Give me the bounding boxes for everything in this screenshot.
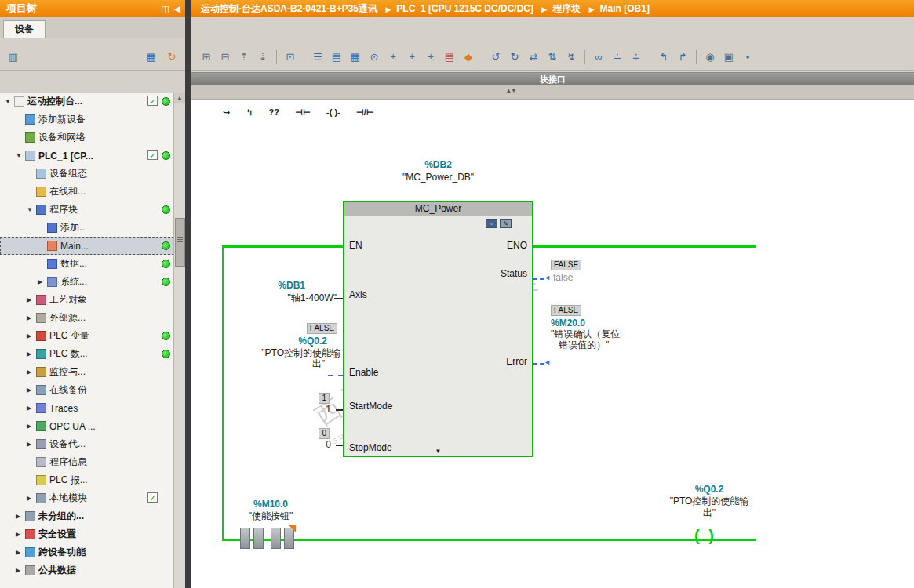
expander-icon[interactable]: ▶ [27, 314, 35, 321]
coil-symbol[interactable]: ( ) [694, 527, 716, 545]
panel-divider[interactable] [185, 0, 191, 588]
monitoring-on-off-icon[interactable]: ∞ [590, 49, 607, 66]
tree-item-external-sources[interactable]: ▶ 外部源... ✓ [0, 309, 174, 327]
contact-bar[interactable] [271, 528, 281, 549]
favorites-toggle-icon[interactable]: ☰ [309, 49, 326, 66]
block-window-icon[interactable]: ▫ [486, 219, 497, 228]
tree-item-data-block[interactable]: 数据... ✓ [0, 255, 174, 273]
modify-operand-icon[interactable]: ≑ [628, 49, 645, 66]
pin-error[interactable]: Error [506, 356, 527, 367]
expander-icon[interactable]: ▶ [16, 549, 24, 556]
filter-devices-icon[interactable]: ▥ [5, 49, 22, 66]
toggle-branches-icon[interactable]: ± [422, 49, 439, 66]
empty-box-icon[interactable]: ?? [265, 104, 282, 120]
normally-closed-contact-icon[interactable]: ⊣/⊢ [353, 104, 377, 120]
tree-item-project[interactable]: ▼ 运动控制台... ✓ [0, 93, 174, 111]
pin-eno[interactable]: ENO [507, 240, 527, 251]
refresh-view-icon[interactable]: ↻ [163, 49, 180, 66]
error-name-line2[interactable]: 错误值的）" [559, 339, 609, 350]
pin-startmode[interactable]: StartMode [349, 401, 392, 412]
coil-icon[interactable]: -( )- [323, 104, 344, 120]
tree-item-device-config[interactable]: 设备组态 ✓ [0, 165, 174, 183]
tree-item-traces[interactable]: ▶ Traces ✓ [0, 399, 174, 417]
tree-item-plc-alarms[interactable]: PLC 报... ✓ [0, 471, 174, 489]
enable-name-line1[interactable]: "PTO控制的使能输 [215, 347, 340, 358]
tree-item-devices-networks[interactable]: 设备和网络 ✓ [0, 129, 174, 147]
pin-en[interactable]: EN [349, 240, 362, 251]
tree-item-cross-device-functions[interactable]: ▶ 跨设备功能 ✓ [0, 543, 174, 561]
insert-network-icon[interactable]: ⊞ [198, 49, 215, 66]
startmode-value[interactable]: 1 [215, 404, 331, 415]
tree-item-ungrouped-devices[interactable]: ▶ 未分组的... ✓ [0, 507, 174, 525]
insert-row-icon[interactable]: ⇡ [235, 49, 253, 66]
tree-item-program-blocks[interactable]: ▼ 程序块 ✓ [0, 201, 174, 219]
tree-item-program-info[interactable]: 程序信息 ✓ [0, 453, 174, 471]
ladder-editor[interactable]: ↪↰??⊣⊢-( )-⊣/⊢ 西门子工业 找答案 support.industr… [191, 100, 914, 588]
tree-item-common-data[interactable]: ▶ 公共数据 ✓ [0, 561, 174, 579]
expander-icon[interactable]: ▼ [16, 152, 24, 159]
coil-name-line1[interactable]: "PTO控制的使能输 [654, 495, 764, 506]
tree-item-tech-objects[interactable]: ▶ 工艺对象 ✓ [0, 291, 174, 309]
pin-enable[interactable]: Enable [349, 367, 378, 378]
go-to-previous-error-icon[interactable]: ↺ [487, 49, 504, 66]
refresh-references-icon[interactable]: ⇅ [544, 49, 561, 66]
coil-address[interactable]: %Q0.2 [654, 484, 764, 495]
breadcrumb-project[interactable]: 运动控制-台达ASDA-B2-0421-B+P35通讯 ▶ [201, 2, 396, 16]
normally-open-contact-icon[interactable]: ⊣⊢ [292, 104, 314, 120]
go-to-next-error-icon[interactable]: ↻ [506, 49, 523, 66]
tree-item-security-settings[interactable]: ▶ 安全设置 ✓ [0, 525, 174, 543]
tree-item-plc-tags[interactable]: ▶ PLC 变量 ✓ [0, 327, 174, 345]
axis-name[interactable]: "轴1-400W" [215, 292, 337, 303]
breadcrumb-main-ob1[interactable]: Main [OB1] ▶ [600, 3, 650, 14]
expander-icon[interactable]: ▶ [27, 368, 35, 376]
enable-address[interactable]: %Q0.2 [215, 336, 327, 347]
expander-icon[interactable]: ▶ [27, 332, 35, 339]
network-sequence-icon[interactable]: ▤ [328, 49, 345, 66]
compare-icon[interactable]: ▪ [739, 49, 756, 66]
stopmode-value[interactable]: 0 [215, 439, 331, 450]
reset-layout-icon[interactable]: ⊡ [282, 49, 299, 66]
instance-db-address[interactable]: %DB2 [343, 159, 533, 170]
jump-to-called-icon[interactable]: ↱ [674, 49, 691, 66]
coil-name-line2[interactable]: 出" [654, 507, 764, 518]
block-interface-bar[interactable]: 块接口 [191, 72, 914, 86]
splitter-handle-icons[interactable]: ▴▾ [507, 86, 517, 94]
details-view-icon[interactable]: ▦ [143, 49, 160, 66]
expander-icon[interactable]: ▶ [27, 441, 35, 448]
tree-item-plc1[interactable]: ▼ PLC_1 [CP... ✓ [0, 147, 174, 165]
block-collapse-icon[interactable]: ▼ [435, 448, 442, 455]
breadcrumb-plc[interactable]: PLC_1 [CPU 1215C DC/DC/DC] ▶ [396, 3, 552, 14]
expand-boxes-icon[interactable]: ± [384, 49, 402, 66]
update-inconsistent-calls-icon[interactable]: ⇄ [525, 49, 542, 66]
network-overview-icon[interactable]: ▦ [347, 49, 364, 66]
pin-stopmode[interactable]: StopMode [349, 442, 392, 453]
tree-item-add-device[interactable]: 添加新设备 ✓ [0, 111, 174, 129]
breadcrumb-program-blocks[interactable]: 程序块 ▶ [552, 2, 599, 16]
expander-icon[interactable]: ▶ [27, 387, 35, 394]
tree-item-watch-tables[interactable]: ▶ 监控与... ✓ [0, 363, 174, 381]
tree-item-opc-ua[interactable]: ▶ OPC UA ... ✓ [0, 417, 174, 435]
monitor-selection-icon[interactable]: ≐ [609, 49, 626, 66]
network-comments-icon[interactable]: ⊙ [366, 49, 383, 66]
mc-power-block[interactable]: MC_Power ▫ ✎ EN ENO Axis Enable StartMod… [343, 201, 533, 457]
tree-scrollbar[interactable]: ▲ [173, 93, 185, 588]
tree-item-add-block[interactable]: 添加... ✓ [0, 219, 174, 237]
pin-panel-icon[interactable]: ◫ [161, 4, 169, 14]
edit-network-icon[interactable]: ◆ [460, 49, 477, 66]
enable-name-line2[interactable]: 出" [215, 358, 325, 369]
expander-icon[interactable]: ▶ [38, 278, 46, 285]
contact-address[interactable]: %M10.0 [220, 499, 322, 510]
scroll-up-icon[interactable]: ▲ [174, 93, 185, 103]
expander-icon[interactable]: ▶ [27, 495, 35, 502]
scrollbar-thumb[interactable] [175, 218, 185, 267]
collapse-boxes-icon[interactable]: ± [403, 49, 421, 66]
collapse-panel-icon[interactable]: ◀ [174, 4, 180, 14]
tree-item-system-blocks[interactable]: ▶ 系统... ✓ [0, 273, 174, 291]
delete-row-icon[interactable]: ⇣ [254, 49, 271, 66]
expander-icon[interactable]: ▶ [16, 567, 24, 574]
expander-icon[interactable]: ▶ [27, 423, 35, 430]
snapshot-icon[interactable]: ▣ [720, 49, 737, 66]
delete-network-icon[interactable]: ⊟ [217, 49, 234, 66]
expander-icon[interactable]: ▶ [27, 350, 35, 358]
close-branch-icon[interactable]: ↰ [242, 104, 256, 120]
